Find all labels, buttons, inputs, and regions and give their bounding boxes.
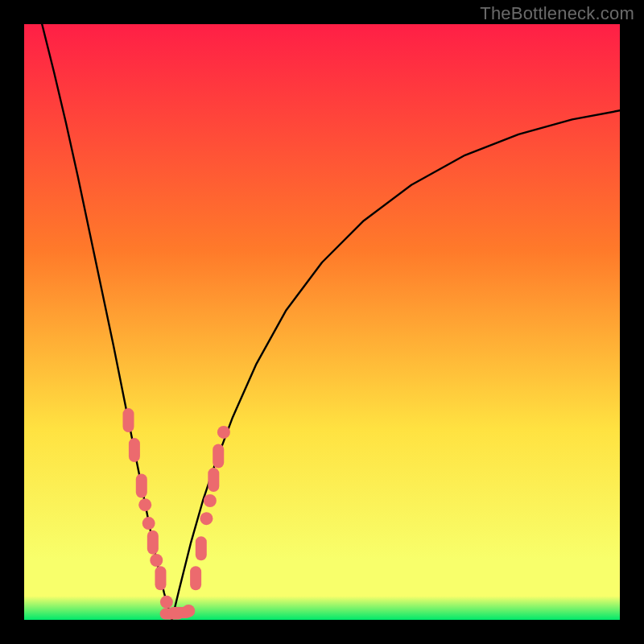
svg-point-4: [138, 498, 151, 511]
svg-rect-18: [213, 444, 224, 469]
svg-point-9: [160, 596, 173, 609]
svg-rect-2: [129, 438, 140, 462]
svg-point-12: [182, 605, 195, 617]
svg-rect-14: [196, 536, 207, 560]
chart-canvas: [24, 24, 620, 620]
svg-rect-13: [190, 566, 201, 590]
svg-point-15: [200, 512, 213, 525]
chart-plot-area: [24, 24, 620, 620]
watermark-text: TheBottleneck.com: [480, 3, 634, 24]
svg-point-16: [204, 494, 217, 507]
svg-rect-1: [123, 408, 134, 432]
svg-point-19: [217, 426, 230, 439]
svg-rect-8: [155, 566, 166, 590]
svg-rect-6: [147, 530, 159, 555]
svg-rect-0: [24, 24, 620, 620]
svg-point-5: [142, 517, 155, 530]
chart-frame: TheBottleneck.com: [0, 0, 644, 644]
svg-rect-3: [136, 474, 147, 498]
svg-rect-17: [208, 468, 219, 492]
svg-point-7: [150, 554, 163, 567]
